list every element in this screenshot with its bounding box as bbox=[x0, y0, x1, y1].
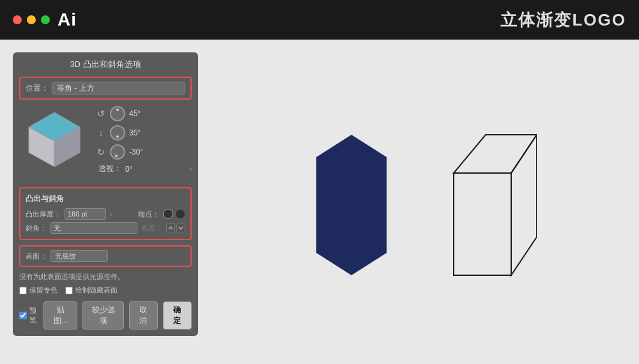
perspective-label: 透视： bbox=[98, 163, 121, 174]
dialog-panel: 3D 凸出和斜角选项 位置： 等角 - 上方 等角 - 下方 等角 - 左方 等… bbox=[13, 52, 198, 336]
svg-marker-3 bbox=[316, 135, 387, 275]
perspective-row: 透视： 0° › bbox=[96, 163, 192, 174]
paste-button[interactable]: 贴图... bbox=[43, 301, 77, 330]
perspective-arrow-icon[interactable]: › bbox=[190, 165, 192, 172]
perspective-value: 0° bbox=[125, 165, 132, 174]
surface-select[interactable]: 无底纹 扩散底纹 塑料效果底纹 bbox=[50, 250, 108, 262]
position-label: 位置： bbox=[26, 83, 49, 94]
end-cap-buttons bbox=[163, 209, 185, 219]
right-content-area bbox=[217, 52, 626, 351]
preserve-color-checkbox-label[interactable]: 保留专色 bbox=[19, 285, 58, 295]
angle-controls: ↺ 45° ↓ 35° ↻ bbox=[96, 106, 192, 181]
preview-checkbox[interactable] bbox=[19, 312, 27, 319]
cube-preview bbox=[19, 106, 89, 176]
height-down-btn[interactable] bbox=[176, 224, 185, 232]
angle-row-2: ↓ 35° bbox=[96, 125, 192, 140]
end-cap-label: 端点： bbox=[138, 209, 159, 219]
position-row: 位置： 等角 - 上方 等角 - 下方 等角 - 左方 等角 - 右方 bbox=[19, 77, 192, 100]
surface-row: 表面： 无底纹 扩散底纹 塑料效果底纹 bbox=[26, 250, 185, 262]
angle-dial-2[interactable] bbox=[110, 125, 125, 140]
end-cap-btn-on[interactable] bbox=[163, 209, 173, 219]
hidden-surface-checkbox-label[interactable]: 绘制隐藏表面 bbox=[65, 285, 118, 295]
top-bar: Ai 立体渐变LOGO bbox=[0, 0, 639, 40]
extrude-section: 凸出与斜角 凸出厚度： › 端点： 斜角： 无 高度： bbox=[19, 187, 192, 240]
bevel-label: 斜角： bbox=[26, 224, 47, 233]
angle-dial-1[interactable] bbox=[110, 106, 125, 121]
cancel-button[interactable]: 取消 bbox=[129, 301, 158, 330]
rotate-z-icon: ↻ bbox=[96, 147, 106, 157]
angle-value-2: 35° bbox=[129, 128, 152, 137]
preview-controls-row: ↺ 45° ↓ 35° ↻ bbox=[19, 106, 192, 181]
svg-rect-4 bbox=[454, 173, 511, 275]
preview-label: 预览 bbox=[29, 306, 38, 325]
extrude-heading: 凸出与斜角 bbox=[26, 193, 185, 204]
3d-box-outline bbox=[435, 122, 537, 288]
dialog-title: 3D 凸出和斜角选项 bbox=[19, 59, 192, 70]
surface-section: 表面： 无底纹 扩散底纹 塑料效果底纹 bbox=[19, 245, 192, 267]
hidden-surface-checkbox[interactable] bbox=[65, 287, 73, 294]
page-title: 立体渐变LOGO bbox=[500, 9, 626, 31]
height-arrows bbox=[166, 224, 185, 232]
position-select[interactable]: 等角 - 上方 等角 - 下方 等角 - 左方 等角 - 右方 bbox=[52, 82, 185, 95]
height-label: 高度： bbox=[141, 224, 162, 233]
preserve-color-label: 保留专色 bbox=[29, 285, 58, 295]
angle-value-3: -30° bbox=[129, 148, 152, 156]
info-text: 没有为此表面选项提供光源控件。 bbox=[19, 272, 192, 282]
traffic-light-yellow[interactable] bbox=[27, 15, 36, 24]
extrude-depth-input[interactable] bbox=[65, 208, 106, 220]
extrude-depth-arrow[interactable]: › bbox=[110, 211, 112, 218]
preserve-color-checkbox[interactable] bbox=[19, 287, 27, 294]
rotate-y-icon: ↓ bbox=[96, 128, 106, 138]
top-bar-left: Ai bbox=[13, 10, 77, 30]
bevel-row: 斜角： 无 高度： bbox=[26, 222, 185, 234]
navy-hexagon-shape bbox=[307, 128, 396, 282]
angle-value-1: 45° bbox=[129, 109, 152, 118]
ok-button[interactable]: 确定 bbox=[163, 301, 192, 330]
bevel-select[interactable]: 无 bbox=[50, 222, 137, 234]
angle-row-1: ↺ 45° bbox=[96, 106, 192, 121]
bottom-buttons: 预览 贴图... 较少选项 取消 确定 bbox=[19, 301, 192, 330]
less-options-button[interactable]: 较少选项 bbox=[82, 301, 123, 330]
angle-dial-3[interactable] bbox=[110, 144, 125, 160]
surface-label: 表面： bbox=[26, 252, 47, 261]
preview-checkbox-label[interactable]: 预览 bbox=[19, 306, 38, 325]
extrude-depth-label: 凸出厚度： bbox=[26, 209, 61, 219]
app-title: Ai bbox=[58, 10, 77, 30]
main-area: 3D 凸出和斜角选项 位置： 等角 - 上方 等角 - 下方 等角 - 左方 等… bbox=[0, 40, 639, 364]
height-up-btn[interactable] bbox=[166, 224, 175, 232]
traffic-light-red[interactable] bbox=[13, 15, 22, 24]
rotate-x-icon: ↺ bbox=[96, 109, 106, 119]
checkbox-row: 保留专色 绘制隐藏表面 bbox=[19, 285, 192, 295]
angle-row-3: ↻ -30° bbox=[96, 144, 192, 160]
cube-svg bbox=[22, 109, 86, 173]
traffic-lights bbox=[13, 15, 50, 24]
svg-marker-6 bbox=[511, 135, 537, 275]
hidden-surface-label: 绘制隐藏表面 bbox=[75, 285, 118, 295]
traffic-light-green[interactable] bbox=[41, 15, 50, 24]
extrude-depth-row: 凸出厚度： › 端点： bbox=[26, 208, 185, 220]
end-cap-btn-off[interactable] bbox=[175, 209, 185, 219]
